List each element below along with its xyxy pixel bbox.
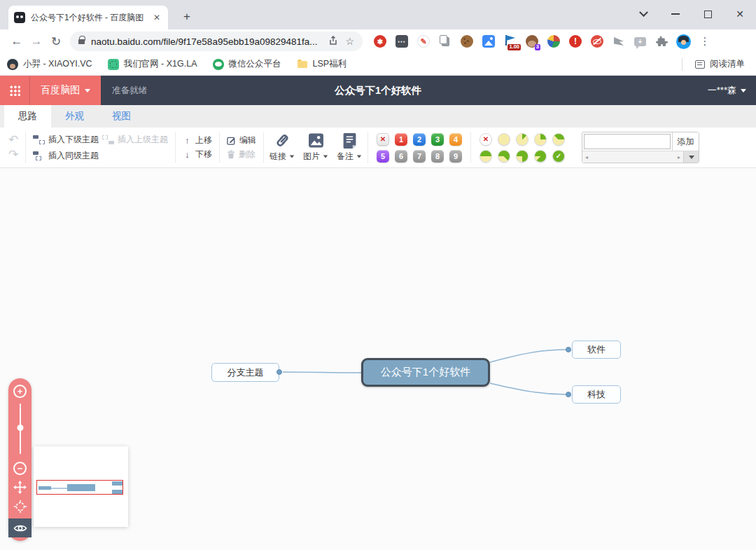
- forward-button[interactable]: →: [27, 34, 46, 48]
- zoom-out-button[interactable]: −: [13, 462, 27, 475]
- zoom-in-button[interactable]: +: [13, 385, 27, 398]
- tab-search-chevron-icon[interactable]: [627, 0, 659, 28]
- share-icon[interactable]: [328, 36, 338, 48]
- priority-1-button[interactable]: 1: [395, 133, 407, 146]
- progress-4-button[interactable]: [479, 150, 492, 163]
- pan-tool-button[interactable]: [13, 481, 27, 494]
- insert-parent-topic-button[interactable]: 插入上级主题: [102, 134, 168, 146]
- bookmark-item[interactable]: 我们官网 - X1G.LA: [108, 58, 197, 70]
- priority-4-button[interactable]: 4: [449, 133, 462, 146]
- move-up-button[interactable]: ↑ 上移: [183, 135, 212, 146]
- bookmark-star-icon[interactable]: ☆: [345, 36, 354, 47]
- bookmark-item[interactable]: 微信公众平台: [213, 58, 281, 70]
- alert-extension-icon[interactable]: !: [569, 35, 582, 48]
- puzzle-extension-icon[interactable]: [655, 35, 668, 48]
- node-technology[interactable]: 科技: [572, 385, 621, 404]
- progress-6-button[interactable]: [516, 150, 528, 163]
- pen-extension-icon[interactable]: ✎: [417, 35, 430, 48]
- plus-icon: +: [183, 10, 190, 24]
- delete-button[interactable]: 删除: [227, 149, 256, 160]
- priority-3-button[interactable]: 3: [431, 133, 444, 146]
- insert-child-topic-button[interactable]: 插入下级主题: [33, 134, 99, 146]
- scroll-right-icon[interactable]: ▸: [678, 154, 680, 160]
- priority-2-button[interactable]: 2: [413, 133, 426, 146]
- priority-8-button[interactable]: 8: [431, 150, 444, 163]
- progress-7-button[interactable]: [534, 150, 547, 163]
- progress-3-button[interactable]: [552, 133, 565, 146]
- move-arrows-icon: [13, 481, 27, 494]
- reading-list-button[interactable]: 阅读清单: [695, 58, 745, 70]
- node-software[interactable]: 软件: [572, 341, 621, 359]
- minimize-button[interactable]: [659, 0, 692, 28]
- navigator-minimap[interactable]: [34, 446, 128, 527]
- stop-hand-extension-icon[interactable]: ✱: [374, 35, 386, 48]
- brand-menu-button[interactable]: 百度脑图: [29, 76, 101, 105]
- mindmap-canvas[interactable]: 分支主题 公众号下1个好软件 软件 科技 + −: [0, 168, 756, 550]
- progress-0-button[interactable]: [498, 133, 510, 146]
- new-tab-button[interactable]: +: [178, 8, 196, 26]
- back-button[interactable]: ←: [7, 34, 27, 48]
- tab-view[interactable]: 视图: [98, 105, 145, 128]
- parrot-extension-icon[interactable]: [547, 35, 560, 48]
- tab-appearance[interactable]: 外观: [51, 105, 98, 128]
- priority-6-button[interactable]: 6: [395, 150, 407, 163]
- add-tag-button[interactable]: 添加: [672, 132, 699, 151]
- progress-done-button[interactable]: ✓: [552, 150, 565, 163]
- browser-tab[interactable]: 公众号下1个好软件 - 百度脑图 ✕: [8, 6, 168, 29]
- tag-dropdown-button[interactable]: [683, 151, 699, 163]
- lock-icon: [78, 39, 85, 44]
- browser-menu-kebab-icon[interactable]: ⋮: [699, 35, 710, 48]
- note-button[interactable]: 备注: [332, 128, 366, 167]
- undo-button[interactable]: ↶: [6, 134, 21, 146]
- tag-scrollbar[interactable]: ◂ ▸: [582, 151, 683, 163]
- browser-toolbar: ← → ↻ naotu.baidu.com/file/9f17e58a95ebb…: [0, 29, 756, 53]
- photo-extension-icon[interactable]: [482, 35, 495, 48]
- minimap-viewport[interactable]: [36, 480, 123, 495]
- tab-idea[interactable]: 思路: [4, 105, 51, 128]
- progress-remove-button[interactable]: ✕: [479, 133, 492, 146]
- address-bar[interactable]: naotu.baidu.com/file/9f17e58a95ebb19a098…: [70, 32, 363, 51]
- monkey-extension-icon[interactable]: 3: [526, 35, 538, 48]
- progress-2-button[interactable]: [534, 133, 547, 146]
- apps-grid-button[interactable]: [0, 76, 29, 105]
- link-button[interactable]: 链接: [265, 128, 299, 167]
- bookmark-item[interactable]: 小羿 - XIAOYI.VC: [7, 58, 92, 70]
- user-menu[interactable]: 一***森: [708, 84, 746, 97]
- redo-button[interactable]: ↷: [6, 149, 21, 161]
- tab-close-icon[interactable]: ✕: [151, 13, 162, 22]
- progress-5-button[interactable]: [498, 150, 510, 163]
- bookmark-label: 微信公众平台: [229, 58, 281, 70]
- priority-5-button[interactable]: 5: [377, 150, 389, 163]
- zoom-slider[interactable]: [8, 402, 31, 455]
- close-window-button[interactable]: ✕: [724, 0, 756, 28]
- slider-knob[interactable]: [17, 425, 23, 431]
- progress-1-button[interactable]: [516, 133, 528, 146]
- locate-center-button[interactable]: [13, 500, 27, 514]
- insert-sibling-topic-button[interactable]: 插入同级主题: [33, 150, 99, 162]
- maximize-button[interactable]: [692, 0, 724, 28]
- navigator-toggle-button[interactable]: [8, 518, 31, 537]
- tag-input[interactable]: [584, 134, 671, 149]
- cast-extension-icon[interactable]: [612, 35, 625, 48]
- chat-extension-icon[interactable]: [634, 37, 646, 46]
- image-button[interactable]: 图片: [299, 128, 332, 167]
- reload-button[interactable]: ↻: [46, 34, 66, 49]
- priority-remove-button[interactable]: ✕: [377, 133, 389, 146]
- edit-button[interactable]: 编辑: [227, 135, 256, 146]
- scroll-left-icon[interactable]: ◂: [585, 154, 588, 160]
- insert-child-icon: [33, 135, 45, 144]
- node-branch-topic[interactable]: 分支主题: [211, 363, 279, 382]
- priority-7-button[interactable]: 7: [413, 150, 426, 163]
- cookie-extension-icon[interactable]: [461, 35, 473, 48]
- bookmark-folder[interactable]: LSP福利: [297, 58, 347, 70]
- flag-extension-icon[interactable]: 1.00: [504, 35, 517, 48]
- priority-9-button[interactable]: 9: [449, 150, 462, 163]
- eye-off-extension-icon[interactable]: [591, 35, 603, 48]
- locate-icon: [13, 500, 27, 514]
- move-down-button[interactable]: ↓ 下移: [183, 149, 212, 160]
- status-text: 准备就绪: [112, 85, 147, 97]
- node-root[interactable]: 公众号下1个好软件: [361, 358, 490, 387]
- profile-avatar[interactable]: [676, 34, 691, 49]
- pages-extension-icon[interactable]: [439, 35, 451, 48]
- overflow-dark-extension-icon[interactable]: ⋯: [396, 35, 408, 48]
